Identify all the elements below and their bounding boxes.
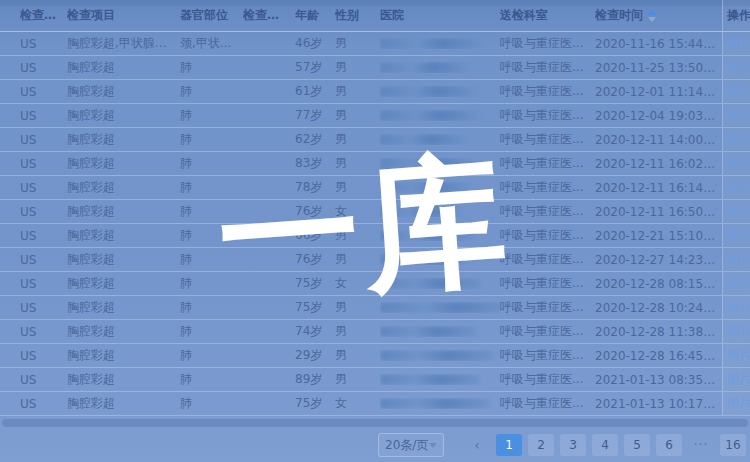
cell-organ: 肺 bbox=[180, 107, 243, 124]
cell-hospital-redacted bbox=[380, 134, 500, 145]
cell-exam-time: 2020-12-11 16:50:25 bbox=[595, 205, 722, 219]
table-row: US 胸腔彩超 肺 75岁 女 呼吸与重症医... 2021-01-13 10:… bbox=[0, 392, 750, 416]
view-film-link[interactable]: 阅片 bbox=[727, 35, 750, 52]
hospital-redaction-blur bbox=[380, 326, 476, 337]
view-film-link[interactable]: 阅片 bbox=[727, 371, 750, 388]
view-film-link[interactable]: 阅片 bbox=[727, 59, 750, 76]
cell-exam-time: 2020-11-25 13:50:01 bbox=[595, 61, 722, 75]
view-film-link[interactable]: 阅片 bbox=[727, 251, 750, 268]
cell-exam-item: 胸腔彩超 bbox=[67, 203, 180, 220]
cell-department: 呼吸与重症医... bbox=[500, 35, 595, 52]
cell-gender: 男 bbox=[335, 107, 380, 124]
page-button-5[interactable]: 5 bbox=[624, 434, 650, 456]
exam-table: 检查类型 检查项目 器官部位 检查方法 年龄 性别 医院 送检科室 检查时间 操… bbox=[0, 0, 750, 416]
cell-hospital-redacted bbox=[380, 302, 500, 313]
pagination: 20条/页 ‹ 123456···16 bbox=[378, 432, 746, 458]
cell-exam-item: 胸腔彩超 bbox=[67, 299, 180, 316]
page-ellipsis-button[interactable]: ··· bbox=[688, 434, 714, 456]
cell-organ: 肺 bbox=[180, 131, 243, 148]
cell-hospital-redacted bbox=[380, 350, 500, 361]
page-button-16[interactable]: 16 bbox=[720, 434, 746, 456]
cell-department: 呼吸与重症医... bbox=[500, 83, 595, 100]
cell-hospital-redacted bbox=[380, 62, 500, 73]
sort-carets[interactable] bbox=[648, 10, 656, 22]
cell-exam-item: 胸腔彩超 bbox=[67, 83, 180, 100]
cell-exam-type: US bbox=[20, 277, 67, 291]
cell-department: 呼吸与重症医... bbox=[500, 371, 595, 388]
column-header-organ: 器官部位 bbox=[180, 7, 243, 24]
cell-hospital-redacted bbox=[380, 86, 500, 97]
cell-hospital-redacted bbox=[380, 110, 500, 121]
column-header-exam-item: 检查项目 bbox=[67, 7, 180, 24]
page-button-1[interactable]: 1 bbox=[496, 434, 522, 456]
cell-exam-time: 2020-12-11 16:14:49 bbox=[595, 181, 722, 195]
cell-gender: 男 bbox=[335, 131, 380, 148]
cell-age: 57岁 bbox=[295, 59, 335, 76]
table-row: US 胸腔彩超 肺 75岁 女 呼吸与重症医... 2020-12-28 08:… bbox=[0, 272, 750, 296]
cell-exam-type: US bbox=[20, 373, 67, 387]
hospital-redaction-blur bbox=[380, 302, 500, 313]
view-film-link[interactable]: 阅片 bbox=[727, 347, 750, 364]
view-film-link[interactable]: 阅片 bbox=[727, 299, 750, 316]
view-film-link[interactable]: 阅片 bbox=[727, 107, 750, 124]
page-button-3[interactable]: 3 bbox=[560, 434, 586, 456]
column-header-method: 检查方法 bbox=[243, 7, 295, 24]
cell-exam-item: 胸腔彩超 bbox=[67, 395, 180, 412]
view-film-link[interactable]: 阅片 bbox=[727, 203, 750, 220]
cell-exam-item: 胸腔彩超 bbox=[67, 275, 180, 292]
cell-exam-type: US bbox=[20, 181, 67, 195]
page-size-select[interactable]: 20条/页 bbox=[378, 433, 444, 457]
cell-department: 呼吸与重症医... bbox=[500, 347, 595, 364]
horizontal-scrollbar[interactable] bbox=[2, 419, 748, 427]
cell-exam-type: US bbox=[20, 37, 67, 51]
cell-exam-item: 胸腔彩超 bbox=[67, 107, 180, 124]
hospital-redaction-blur bbox=[380, 398, 490, 409]
cell-gender: 男 bbox=[335, 83, 380, 100]
hospital-redaction-blur bbox=[380, 110, 480, 121]
cell-organ: 颈,甲状... bbox=[180, 35, 243, 52]
cell-exam-type: US bbox=[20, 325, 67, 339]
table-row: US 胸腔彩超 肺 75岁 男 呼吸与重症医... 2020-12-28 10:… bbox=[0, 296, 750, 320]
cell-age: 66岁 bbox=[295, 227, 335, 244]
cell-age: 75岁 bbox=[295, 275, 335, 292]
cell-exam-time: 2020-12-11 16:02:05 bbox=[595, 157, 722, 171]
view-film-link[interactable]: 阅片 bbox=[727, 275, 750, 292]
cell-department: 呼吸与重症医... bbox=[500, 107, 595, 124]
cell-gender: 男 bbox=[335, 155, 380, 172]
view-film-link[interactable]: 阅片 bbox=[727, 131, 750, 148]
page-button-6[interactable]: 6 bbox=[656, 434, 682, 456]
hospital-redaction-blur bbox=[380, 134, 466, 145]
cell-exam-time: 2020-12-27 14:23:04 bbox=[595, 253, 722, 267]
cell-organ: 肺 bbox=[180, 299, 243, 316]
cell-gender: 男 bbox=[335, 323, 380, 340]
cell-organ: 肺 bbox=[180, 275, 243, 292]
view-film-link[interactable]: 阅片 bbox=[727, 227, 750, 244]
view-film-link[interactable]: 阅片 bbox=[727, 83, 750, 100]
column-header-hospital: 医院 bbox=[380, 7, 500, 24]
cell-hospital-redacted bbox=[380, 182, 500, 193]
view-film-link[interactable]: 阅片 bbox=[727, 179, 750, 196]
prev-page-button[interactable]: ‹ bbox=[464, 434, 490, 456]
cell-age: 76岁 bbox=[295, 203, 335, 220]
cell-exam-item: 胸腔彩超 bbox=[67, 347, 180, 364]
view-film-link[interactable]: 阅片 bbox=[727, 155, 750, 172]
page-buttons: 123456···16 bbox=[496, 434, 746, 456]
cell-department: 呼吸与重症医... bbox=[500, 395, 595, 412]
cell-hospital-redacted bbox=[380, 38, 500, 49]
cell-age: 76岁 bbox=[295, 251, 335, 268]
view-film-link[interactable]: 阅片 bbox=[727, 395, 750, 412]
cell-gender: 女 bbox=[335, 275, 380, 292]
page-button-4[interactable]: 4 bbox=[592, 434, 618, 456]
table-row: US 胸腔彩超 肺 83岁 男 呼吸与重症医... 2020-12-11 16:… bbox=[0, 152, 750, 176]
cell-department: 呼吸与重症医... bbox=[500, 323, 595, 340]
cell-exam-type: US bbox=[20, 109, 67, 123]
sort-caret-up-icon[interactable] bbox=[648, 10, 656, 15]
cell-gender: 女 bbox=[335, 395, 380, 412]
cell-department: 呼吸与重症医... bbox=[500, 275, 595, 292]
sort-caret-down-icon[interactable] bbox=[648, 17, 656, 22]
page-button-2[interactable]: 2 bbox=[528, 434, 554, 456]
view-film-link[interactable]: 阅片 bbox=[727, 323, 750, 340]
cell-age: 75岁 bbox=[295, 395, 335, 412]
cell-hospital-redacted bbox=[380, 326, 500, 337]
column-header-exam-time[interactable]: 检查时间 bbox=[595, 7, 722, 24]
